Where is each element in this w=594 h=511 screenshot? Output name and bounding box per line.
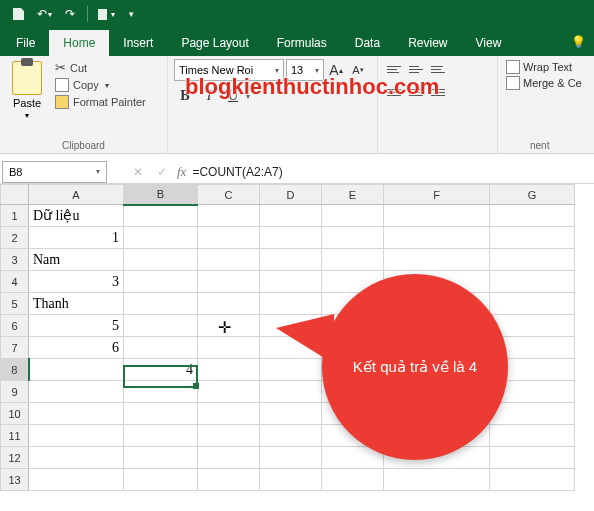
cell-b3[interactable] (124, 249, 198, 271)
cell-g6[interactable] (490, 315, 575, 337)
cell-c12[interactable] (198, 447, 260, 469)
cell-c2[interactable] (198, 227, 260, 249)
cell-b1[interactable] (124, 205, 198, 227)
cell-g5[interactable] (490, 293, 575, 315)
cell-f3[interactable] (384, 249, 490, 271)
tab-review[interactable]: Review (394, 30, 461, 56)
cell-a9[interactable] (29, 381, 124, 403)
cell-c10[interactable] (198, 403, 260, 425)
cell-a2[interactable]: 1 (29, 227, 124, 249)
bold-button[interactable]: B (174, 85, 196, 107)
cell-g12[interactable] (490, 447, 575, 469)
cell-c7[interactable] (198, 337, 260, 359)
cell-a1[interactable]: Dữ liệu (29, 205, 124, 227)
cell-b6[interactable] (124, 315, 198, 337)
cell-c9[interactable] (198, 381, 260, 403)
cell-a8[interactable] (29, 359, 124, 381)
fx-icon[interactable]: fx (177, 164, 186, 180)
col-header-d[interactable]: D (260, 185, 322, 205)
cell-e2[interactable] (322, 227, 384, 249)
cell-b10[interactable] (124, 403, 198, 425)
cell-g1[interactable] (490, 205, 575, 227)
cell-g13[interactable] (490, 469, 575, 491)
tab-home[interactable]: Home (49, 30, 109, 56)
font-size-selector[interactable]: 13▾ (286, 59, 324, 81)
redo-icon[interactable]: ↷ (58, 2, 82, 26)
cell-d9[interactable] (260, 381, 322, 403)
decrease-font-button[interactable]: A▾ (348, 59, 368, 81)
tab-insert[interactable]: Insert (109, 30, 167, 56)
cell-b9[interactable] (124, 381, 198, 403)
tab-file[interactable]: File (2, 30, 49, 56)
format-painter-button[interactable]: Format Painter (52, 94, 149, 110)
align-top-button[interactable] (384, 59, 404, 79)
cell-f2[interactable] (384, 227, 490, 249)
cell-e1[interactable] (322, 205, 384, 227)
enter-formula-icon[interactable]: ✓ (153, 165, 171, 179)
cell-c3[interactable] (198, 249, 260, 271)
row-header-6[interactable]: 6 (1, 315, 29, 337)
cell-e3[interactable] (322, 249, 384, 271)
cell-a5[interactable]: Thanh (29, 293, 124, 315)
cell-g3[interactable] (490, 249, 575, 271)
cell-a6[interactable]: 5 (29, 315, 124, 337)
cell-c8[interactable] (198, 359, 260, 381)
cell-b8[interactable]: 4 (124, 359, 198, 381)
new-sheet-icon[interactable]: ▾ (93, 2, 117, 26)
cell-c13[interactable] (198, 469, 260, 491)
cell-d1[interactable] (260, 205, 322, 227)
cell-a4[interactable]: 3 (29, 271, 124, 293)
tab-data[interactable]: Data (341, 30, 394, 56)
cell-g11[interactable] (490, 425, 575, 447)
row-header-11[interactable]: 11 (1, 425, 29, 447)
cell-d3[interactable] (260, 249, 322, 271)
tab-view[interactable]: View (462, 30, 516, 56)
cell-d12[interactable] (260, 447, 322, 469)
cell-d4[interactable] (260, 271, 322, 293)
cell-f1[interactable] (384, 205, 490, 227)
italic-button[interactable]: I (198, 85, 220, 107)
cell-b12[interactable] (124, 447, 198, 469)
qat-customize-icon[interactable]: ▾ (119, 2, 143, 26)
row-header-2[interactable]: 2 (1, 227, 29, 249)
cell-g4[interactable] (490, 271, 575, 293)
cell-b4[interactable] (124, 271, 198, 293)
cell-e13[interactable] (322, 469, 384, 491)
row-header-4[interactable]: 4 (1, 271, 29, 293)
cancel-formula-icon[interactable]: ✕ (129, 165, 147, 179)
cell-c1[interactable] (198, 205, 260, 227)
col-header-a[interactable]: A (29, 185, 124, 205)
col-header-f[interactable]: F (384, 185, 490, 205)
cell-b2[interactable] (124, 227, 198, 249)
col-header-c[interactable]: C (198, 185, 260, 205)
row-header-3[interactable]: 3 (1, 249, 29, 271)
tab-formulas[interactable]: Formulas (263, 30, 341, 56)
copy-button[interactable]: Copy▾ (52, 77, 149, 93)
cell-a7[interactable]: 6 (29, 337, 124, 359)
col-header-g[interactable]: G (490, 185, 575, 205)
row-header-10[interactable]: 10 (1, 403, 29, 425)
increase-font-button[interactable]: A▴ (326, 59, 346, 81)
cut-button[interactable]: ✂Cut (52, 59, 149, 76)
row-header-13[interactable]: 13 (1, 469, 29, 491)
cell-a12[interactable] (29, 447, 124, 469)
cell-b7[interactable] (124, 337, 198, 359)
help-icon[interactable]: 💡 (562, 28, 594, 56)
cell-f13[interactable] (384, 469, 490, 491)
cell-c11[interactable] (198, 425, 260, 447)
row-header-5[interactable]: 5 (1, 293, 29, 315)
row-header-12[interactable]: 12 (1, 447, 29, 469)
save-icon[interactable] (6, 2, 30, 26)
cell-d5[interactable] (260, 293, 322, 315)
font-name-selector[interactable]: Times New Roi▾ (174, 59, 284, 81)
undo-icon[interactable]: ↶▾ (32, 2, 56, 26)
row-header-7[interactable]: 7 (1, 337, 29, 359)
cell-c5[interactable] (198, 293, 260, 315)
paste-button[interactable]: Paste ▾ (6, 59, 48, 122)
cell-b13[interactable] (124, 469, 198, 491)
row-header-8[interactable]: 8 (1, 359, 29, 381)
cell-a11[interactable] (29, 425, 124, 447)
cell-g10[interactable] (490, 403, 575, 425)
select-all-corner[interactable] (1, 185, 29, 205)
row-header-1[interactable]: 1 (1, 205, 29, 227)
